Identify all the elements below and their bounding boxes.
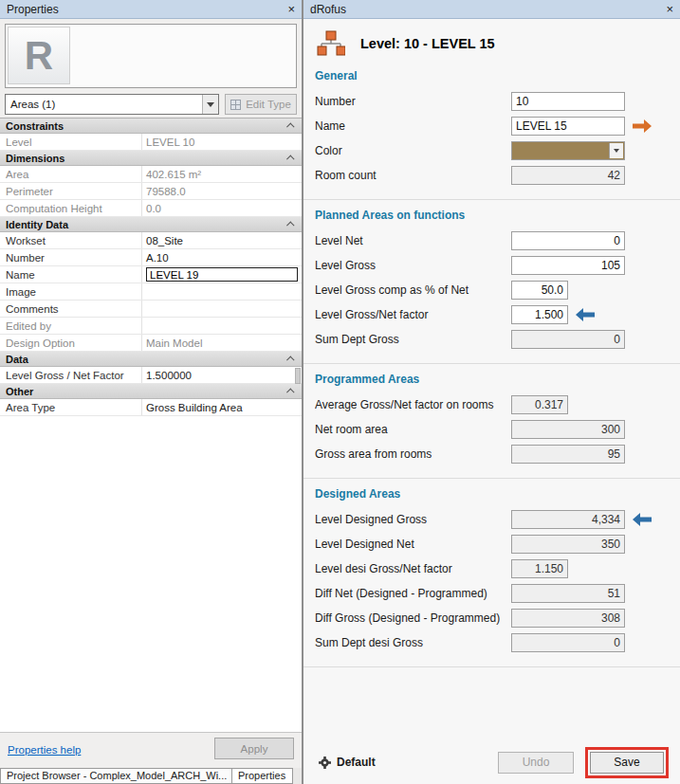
property-row-computation-height: Computation Height0.0 — [0, 200, 302, 217]
property-value[interactable]: 08_Site — [142, 232, 302, 248]
level-title: Level: 10 - LEVEL 15 — [360, 36, 495, 51]
save-button[interactable]: Save — [590, 752, 664, 774]
property-row-level: LevelLEVEL 10 — [0, 134, 302, 151]
field-slot: 42 — [511, 166, 625, 185]
group-heading: General — [315, 69, 625, 82]
properties-help-link[interactable]: Properties help — [8, 744, 81, 756]
undo-button[interactable]: Undo — [498, 752, 574, 774]
property-value[interactable]: Gross Building Area — [142, 399, 302, 415]
element-type-dropdown[interactable]: Areas (1) — [5, 94, 219, 115]
property-value[interactable] — [142, 283, 302, 300]
property-value[interactable]: LEVEL 10 — [142, 134, 302, 150]
scrollbar-thumb[interactable] — [295, 368, 301, 384]
edit-type-button[interactable]: Edit Type — [225, 94, 297, 115]
property-value[interactable] — [142, 318, 302, 334]
collapse-chevron-icon[interactable] — [286, 155, 294, 162]
section-header-label: Constraints — [6, 120, 64, 132]
property-value[interactable]: 0.0 — [142, 200, 302, 216]
field-row-level-gross-comp-as-of-net: Level Gross comp as % of Net50.0 — [315, 281, 625, 300]
collapse-chevron-icon[interactable] — [286, 356, 294, 363]
chevron-down-icon[interactable] — [202, 95, 218, 114]
collapse-chevron-icon[interactable] — [286, 388, 294, 395]
tab-project-browser-complex-model-[interactable]: Project Browser - Complex_Model_ARCH_Wi.… — [0, 768, 232, 784]
drofus-titlebar[interactable]: dRofus × — [303, 0, 680, 19]
pull-left-arrow-icon[interactable] — [576, 308, 595, 321]
property-label: Level Gross / Net Factor — [0, 367, 142, 383]
type-selector[interactable]: R — [5, 24, 297, 88]
section-header-label: Data — [6, 354, 28, 365]
default-control[interactable]: Default — [319, 756, 376, 769]
field-slot: LEVEL 15 — [511, 117, 625, 136]
default-gear-icon — [319, 757, 331, 769]
field-slot: 300 — [511, 420, 625, 439]
property-value[interactable]: LEVEL 19 — [142, 266, 302, 283]
apply-button[interactable]: Apply — [214, 738, 294, 759]
field-slot: 0.317 — [511, 395, 625, 414]
field-row-level-designed-gross: Level Designed Gross4,334 — [315, 510, 625, 529]
field-row-average-gross-net-factor-on-rooms: Average Gross/Net factor on rooms0.317 — [315, 395, 625, 414]
close-icon[interactable]: × — [666, 3, 673, 15]
section-header-constraints[interactable]: Constraints — [0, 119, 302, 134]
property-row-edited-by: Edited by — [0, 318, 302, 335]
field-slot: 308 — [511, 609, 625, 628]
property-label: Image — [0, 283, 142, 300]
name-edit-field[interactable]: LEVEL 19 — [146, 267, 298, 282]
color-swatch[interactable] — [511, 141, 625, 160]
property-value[interactable] — [142, 301, 302, 317]
property-label: Perimeter — [0, 183, 142, 199]
field-slot: 95 — [511, 445, 625, 464]
property-label: Area — [0, 166, 142, 182]
level-hierarchy-icon — [317, 30, 345, 57]
property-label: Name — [0, 266, 142, 283]
push-right-arrow-icon[interactable] — [633, 119, 652, 133]
save-highlight-annotation: Save — [585, 747, 669, 778]
property-value[interactable]: 1.500000 — [142, 367, 302, 383]
field-label: Room count — [315, 169, 511, 182]
color-dropdown-button[interactable] — [609, 143, 623, 158]
drofus-panel: dRofus × Level: 10 - LEVEL 15 GeneralNum… — [303, 0, 680, 784]
input-field-level-gross[interactable]: 105 — [511, 256, 625, 275]
edit-type-label: Edit Type — [246, 99, 291, 110]
edit-type-icon — [230, 100, 241, 110]
section-header-data[interactable]: Data — [0, 352, 302, 367]
input-field-number[interactable]: 10 — [511, 92, 625, 111]
field-row-color: Color — [315, 141, 625, 160]
property-grid: ConstraintsLevelLEVEL 10DimensionsArea40… — [0, 118, 302, 732]
drofus-footer: Default Undo Save — [303, 747, 680, 777]
property-value[interactable]: Main Model — [142, 335, 302, 351]
readonly-field-average-gross-net-factor-on-rooms: 0.317 — [511, 395, 568, 414]
field-label: Net room area — [315, 423, 511, 436]
section-header-identity-data[interactable]: Identity Data — [0, 217, 302, 232]
field-row-level-net: Level Net0 — [315, 231, 625, 250]
property-label: Design Option — [0, 335, 142, 351]
property-row-name: NameLEVEL 19 — [0, 266, 302, 283]
collapse-chevron-icon[interactable] — [286, 221, 294, 228]
property-value[interactable]: 79588.0 — [142, 183, 302, 199]
input-field-level-gross-comp-as-of-net[interactable]: 50.0 — [511, 281, 568, 300]
input-field-level-net[interactable]: 0 — [511, 231, 625, 250]
property-label: Level — [0, 134, 142, 150]
field-label: Name — [315, 119, 511, 133]
field-slot — [511, 141, 625, 160]
input-field-name[interactable]: LEVEL 15 — [511, 117, 625, 136]
collapse-chevron-icon[interactable] — [286, 122, 294, 130]
field-label: Diff Gross (Designed - Programmed) — [315, 611, 511, 625]
pull-left-arrow-icon[interactable] — [633, 513, 652, 526]
field-label: Level Gross — [315, 259, 511, 272]
close-icon[interactable]: × — [287, 3, 295, 15]
property-value[interactable]: A.10 — [142, 249, 302, 265]
input-field-level-gross-net-factor[interactable]: 1.500 — [511, 305, 568, 324]
field-label: Sum Dept Gross — [315, 333, 511, 346]
tab-properties[interactable]: Properties — [231, 768, 293, 784]
property-row-level-gross-net-factor: Level Gross / Net Factor1.500000 — [0, 367, 302, 384]
field-label: Level desi Gross/Net factor — [315, 562, 511, 575]
section-header-other[interactable]: Other — [0, 384, 302, 399]
property-value[interactable]: 402.615 m² — [142, 166, 302, 182]
readonly-field-net-room-area: 300 — [511, 420, 625, 439]
readonly-field-sum-dept-desi-gross: 0 — [511, 633, 625, 652]
properties-titlebar[interactable]: Properties × — [0, 0, 302, 19]
revit-family-logo: R — [25, 33, 53, 79]
field-label: Level Designed Net — [315, 538, 511, 551]
field-slot: 350 — [511, 535, 625, 554]
section-header-dimensions[interactable]: Dimensions — [0, 151, 302, 166]
